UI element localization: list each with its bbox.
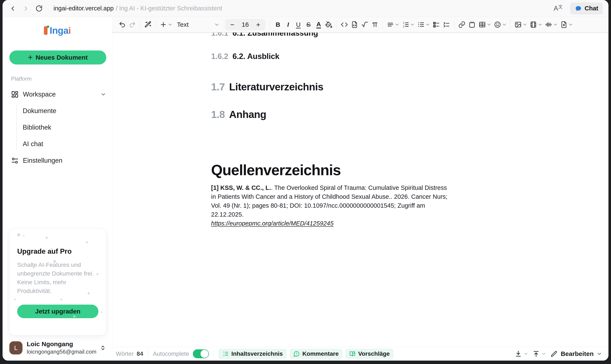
code-icon bbox=[341, 21, 348, 28]
confetti-dot bbox=[73, 315, 76, 318]
block-style-select[interactable]: Text bbox=[174, 19, 222, 30]
chevrons-up-down-icon bbox=[100, 344, 106, 351]
toc-button[interactable]: 12 Inhaltsverzeichnis bbox=[219, 349, 287, 359]
svg-text:1: 1 bbox=[403, 21, 404, 24]
calendar-icon bbox=[468, 21, 476, 28]
confetti-dot bbox=[14, 299, 16, 300]
sidebar: Ingai + Neues Dokument Platform Workspac… bbox=[2, 17, 112, 361]
italic-button[interactable]: I bbox=[284, 19, 293, 30]
chevron-down-icon[interactable] bbox=[486, 22, 492, 27]
inline-code-button[interactable] bbox=[340, 19, 349, 30]
toolbar-separator bbox=[454, 20, 454, 29]
url-host: ingai-editor.vercel.app bbox=[53, 5, 114, 12]
redo-button[interactable] bbox=[128, 19, 137, 30]
chevron-down-icon[interactable] bbox=[410, 22, 415, 27]
ordered-list-button[interactable]: 12 bbox=[401, 19, 410, 30]
math-block-button[interactable] bbox=[370, 19, 379, 30]
sidebar-item-workspace[interactable]: Workspace bbox=[2, 88, 112, 101]
insert-plus-button[interactable] bbox=[159, 19, 168, 30]
chevron-down-icon[interactable] bbox=[523, 351, 529, 356]
chevron-down-icon[interactable] bbox=[425, 22, 430, 27]
translate-button[interactable]: A文 bbox=[554, 5, 563, 12]
edit-mode-button[interactable] bbox=[549, 349, 559, 359]
file-code-icon bbox=[351, 21, 358, 28]
table-icon bbox=[479, 21, 486, 28]
undo-button[interactable] bbox=[117, 19, 127, 30]
ai-wand-button[interactable] bbox=[143, 19, 153, 30]
comments-button[interactable]: Kommentare bbox=[290, 349, 342, 359]
file-upload-button[interactable] bbox=[559, 19, 569, 30]
date-button[interactable] bbox=[467, 19, 477, 30]
image-button[interactable] bbox=[513, 19, 523, 30]
autocomplete-label: Autocomplete bbox=[153, 351, 189, 357]
citation-link[interactable]: https://europepmc.org/article/MED/412592… bbox=[211, 220, 334, 227]
underline-button[interactable]: U bbox=[294, 19, 303, 30]
audio-button[interactable] bbox=[544, 19, 553, 30]
toolbar-separator bbox=[337, 20, 337, 29]
toolbar-separator bbox=[382, 20, 383, 29]
code-block-button[interactable] bbox=[350, 19, 359, 30]
upgrade-button[interactable]: Jetzt upgraden bbox=[17, 305, 98, 318]
bullet-list-button[interactable] bbox=[416, 19, 426, 30]
confetti-dot bbox=[101, 312, 102, 313]
task-list-button[interactable] bbox=[431, 19, 441, 30]
editor-statusbar: Wörter 84 Autocomplete 12 Inhaltsverzeic… bbox=[112, 347, 609, 361]
chevron-down-icon[interactable] bbox=[502, 22, 507, 27]
chevron-down-icon[interactable] bbox=[522, 22, 527, 27]
address-bar[interactable]: ingai-editor.vercel.app/ Ing AI - KI-ges… bbox=[53, 5, 222, 12]
chevron-down-icon[interactable] bbox=[553, 22, 558, 27]
document-canvas[interactable]: 1.6.16.1. Zusammenfassung 1.6.26.2. Ausb… bbox=[112, 33, 609, 347]
emoji-button[interactable] bbox=[493, 19, 502, 30]
bold-button[interactable]: B bbox=[273, 19, 283, 30]
toggle-list-button[interactable] bbox=[442, 19, 451, 30]
sidebar-item-einstellungen[interactable]: Einstellungen bbox=[2, 154, 112, 167]
highlight-button[interactable] bbox=[324, 19, 334, 30]
table-button[interactable] bbox=[478, 19, 487, 30]
chat-bubble-icon bbox=[575, 5, 582, 12]
font-size-increase-button[interactable]: + bbox=[253, 20, 264, 29]
workspace-grid-icon bbox=[11, 91, 19, 98]
sidebar-item-dokumente[interactable]: Dokumente bbox=[23, 104, 112, 118]
book-check-icon bbox=[349, 351, 356, 357]
sidebar-section-label: Platform bbox=[11, 76, 112, 82]
sidebar-item-bibliothek[interactable]: Bibliothek bbox=[23, 121, 112, 134]
browser-toolbar: ingai-editor.vercel.app/ Ing AI - KI-ges… bbox=[2, 0, 609, 17]
link-button[interactable] bbox=[457, 19, 467, 30]
heading-literaturverzeichnis: 1.7Literaturverzeichnis bbox=[211, 80, 450, 94]
word-count: Wörter 84 bbox=[116, 351, 143, 357]
download-button[interactable] bbox=[514, 349, 523, 359]
back-button[interactable] bbox=[8, 4, 17, 13]
chevron-down-icon[interactable] bbox=[568, 22, 573, 27]
font-size-value: 16 bbox=[238, 21, 253, 28]
export-button[interactable] bbox=[532, 349, 541, 359]
chevron-down-icon[interactable] bbox=[168, 22, 173, 27]
heading-6-2: 1.6.26.2. Ausblick bbox=[211, 51, 450, 62]
suggestions-button[interactable]: Vorschläge bbox=[345, 349, 393, 359]
svg-text:2: 2 bbox=[403, 25, 404, 28]
math-inline-button[interactable] bbox=[360, 19, 369, 30]
chevron-down-icon[interactable] bbox=[541, 351, 546, 356]
font-size-decrease-button[interactable]: − bbox=[227, 20, 238, 29]
sidebar-item-ai-chat[interactable]: AI chat bbox=[23, 137, 112, 151]
chevron-down-icon[interactable] bbox=[538, 22, 543, 27]
new-document-button[interactable]: + Neues Dokument bbox=[9, 51, 106, 65]
ordered-list-icon: 12 bbox=[402, 21, 409, 28]
forward-button[interactable] bbox=[21, 4, 31, 13]
chevron-down-icon[interactable] bbox=[395, 22, 400, 27]
confetti-dot bbox=[23, 235, 24, 236]
app-logo[interactable]: Ingai bbox=[2, 17, 112, 44]
video-button[interactable] bbox=[529, 19, 538, 30]
toolbar-separator bbox=[140, 20, 140, 29]
chat-button[interactable]: Chat bbox=[570, 2, 603, 14]
toolbar-separator bbox=[510, 20, 510, 29]
strikethrough-button[interactable]: S bbox=[304, 19, 313, 30]
user-profile[interactable]: L Loic Ngongang loicngongang56@gmail.com bbox=[9, 340, 106, 355]
align-button[interactable] bbox=[386, 19, 395, 30]
autocomplete-toggle[interactable] bbox=[193, 349, 209, 358]
svg-text:2: 2 bbox=[223, 354, 224, 357]
confetti-dot bbox=[53, 260, 56, 263]
comment-alert-icon bbox=[293, 351, 300, 357]
text-color-button[interactable]: A bbox=[314, 19, 323, 30]
chevron-down-icon[interactable] bbox=[597, 351, 602, 357]
reload-button[interactable] bbox=[34, 4, 44, 13]
